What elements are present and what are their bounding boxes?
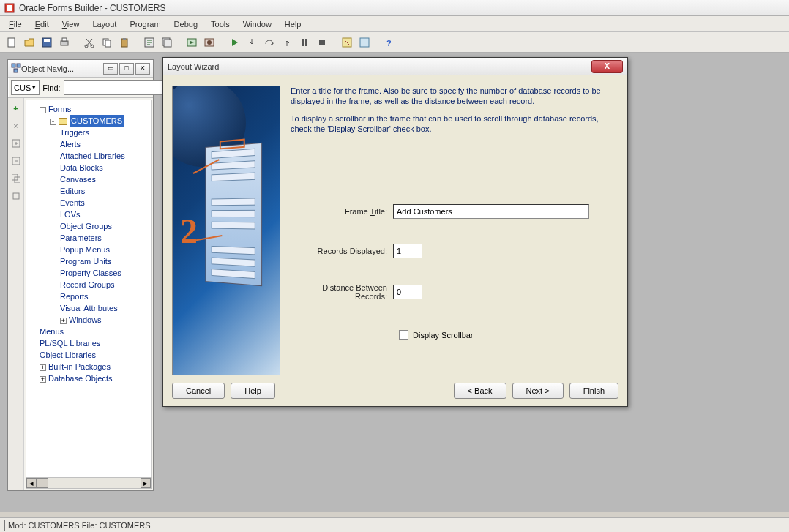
- compile-icon[interactable]: [142, 35, 157, 50]
- toggle-icon[interactable]: -: [50, 119, 56, 125]
- expand-icon[interactable]: [10, 138, 22, 149]
- tree-canvases[interactable]: Canvases: [60, 175, 96, 184]
- paste-icon[interactable]: [117, 35, 132, 50]
- svg-rect-5: [61, 41, 68, 45]
- compile-all-icon[interactable]: [160, 35, 174, 50]
- svg-rect-4: [44, 39, 50, 42]
- step-number-icon: 2: [180, 211, 198, 251]
- tree-customers[interactable]: CUSTOMERS: [70, 115, 124, 127]
- tree-data-blocks[interactable]: Data Blocks: [60, 163, 103, 172]
- cut-icon[interactable]: [82, 35, 97, 50]
- tree-database-objects[interactable]: Database Objects: [48, 374, 112, 383]
- form-wizard-icon[interactable]: [357, 35, 372, 50]
- wizard-illustration: 2: [172, 86, 280, 375]
- save-icon[interactable]: [40, 35, 54, 50]
- navigator-titlebar: Object Navig... ▭ □ ✕: [8, 60, 153, 78]
- menu-help[interactable]: Help: [279, 18, 307, 30]
- step-into-icon[interactable]: [244, 35, 259, 50]
- display-scrollbar-label: Display Scrollbar: [413, 331, 474, 340]
- menu-edit[interactable]: Edit: [29, 18, 55, 30]
- tree-menus[interactable]: Menus: [40, 327, 64, 336]
- menu-file[interactable]: File: [3, 18, 28, 30]
- tree-record-groups[interactable]: Record Groups: [60, 280, 115, 289]
- scroll-right-icon[interactable]: ▸: [141, 478, 151, 488]
- records-displayed-input[interactable]: [393, 244, 422, 258]
- navigator-hscrollbar[interactable]: ◂ ▸: [26, 477, 152, 489]
- tree-reports[interactable]: Reports: [60, 292, 89, 301]
- wizard-titlebar[interactable]: Layout Wizard X: [163, 58, 627, 75]
- tree-object-groups[interactable]: Object Groups: [60, 222, 112, 231]
- wizard-close-button[interactable]: X: [591, 60, 623, 73]
- menu-tools[interactable]: Tools: [205, 18, 236, 30]
- collapse-icon[interactable]: [10, 155, 22, 167]
- navigator-tree[interactable]: -Forms -CUSTOMERS Triggers Alerts Attach…: [26, 100, 152, 489]
- toggle-icon[interactable]: +: [40, 376, 46, 383]
- tree-alerts[interactable]: Alerts: [60, 140, 81, 149]
- svg-rect-2: [8, 38, 15, 47]
- toggle-icon[interactable]: +: [40, 364, 46, 371]
- app-icon: [4, 3, 15, 13]
- menu-window[interactable]: Window: [237, 18, 277, 30]
- scroll-thumb[interactable]: [37, 478, 48, 488]
- copy-icon[interactable]: [100, 35, 114, 50]
- step-over-icon[interactable]: [262, 35, 277, 50]
- step-out-icon[interactable]: [280, 35, 294, 50]
- display-scrollbar-checkbox[interactable]: [399, 330, 408, 340]
- wizard-text-1: Enter a title for the frame. Also be sur…: [291, 86, 618, 106]
- frame-title-input[interactable]: [393, 204, 589, 219]
- collapse-all-icon[interactable]: [10, 190, 22, 202]
- print-icon[interactable]: [57, 35, 72, 50]
- maximize-button[interactable]: □: [119, 63, 134, 75]
- finish-button[interactable]: Finish: [569, 383, 618, 399]
- stop-icon[interactable]: [315, 35, 329, 50]
- run-debug-icon[interactable]: [202, 35, 217, 50]
- new-icon[interactable]: [4, 35, 19, 50]
- tree-triggers[interactable]: Triggers: [60, 128, 89, 137]
- next-button[interactable]: Next >: [512, 383, 564, 399]
- delete-icon[interactable]: ×: [10, 120, 22, 132]
- menu-debug[interactable]: Debug: [168, 18, 203, 30]
- tree-lovs[interactable]: LOVs: [60, 210, 81, 219]
- help-button[interactable]: Help: [231, 383, 275, 399]
- expand-all-icon[interactable]: [10, 173, 22, 184]
- menu-layout[interactable]: Layout: [86, 18, 122, 30]
- toggle-icon[interactable]: -: [40, 107, 46, 113]
- minimize-button[interactable]: ▭: [103, 63, 118, 75]
- distance-input[interactable]: [393, 285, 422, 299]
- tree-object-libraries[interactable]: Object Libraries: [40, 351, 96, 359]
- cancel-button[interactable]: Cancel: [172, 383, 225, 399]
- pause-icon[interactable]: [297, 35, 312, 50]
- tree-parameters[interactable]: Parameters: [60, 233, 102, 242]
- svg-rect-27: [14, 69, 18, 72]
- help-icon[interactable]: ?: [382, 35, 397, 50]
- tree-property-classes[interactable]: Property Classes: [60, 269, 121, 277]
- tree-visual-attributes[interactable]: Visual Attributes: [60, 304, 118, 312]
- tree-forms[interactable]: Forms: [48, 105, 71, 113]
- chevron-down-icon: ▼: [31, 84, 37, 91]
- module-select[interactable]: CUS▼: [11, 80, 40, 95]
- wizard-icon[interactable]: [340, 35, 354, 50]
- run-form-icon[interactable]: [184, 35, 199, 50]
- tree-attached-libraries[interactable]: Attached Libraries: [60, 151, 125, 160]
- tree-events[interactable]: Events: [60, 198, 85, 207]
- menu-view[interactable]: View: [56, 18, 86, 30]
- frame-title-label: Frame Title:: [291, 207, 393, 216]
- tree-plsql-libraries[interactable]: PL/SQL Libraries: [40, 339, 100, 348]
- back-button[interactable]: < Back: [454, 383, 506, 399]
- wizard-title: Layout Wizard: [168, 62, 591, 71]
- create-icon[interactable]: +: [10, 102, 22, 114]
- menu-program[interactable]: Program: [124, 18, 166, 30]
- tree-builtin-packages[interactable]: Built-in Packages: [48, 362, 111, 371]
- toolbar: ?: [0, 32, 789, 53]
- tree-editors[interactable]: Editors: [60, 187, 85, 195]
- scroll-left-icon[interactable]: ◂: [26, 478, 37, 488]
- tree-program-units[interactable]: Program Units: [60, 257, 111, 266]
- close-button[interactable]: ✕: [135, 63, 150, 75]
- find-input[interactable]: [64, 80, 171, 95]
- svg-rect-23: [360, 38, 369, 47]
- open-icon[interactable]: [22, 35, 37, 50]
- toggle-icon[interactable]: +: [60, 318, 67, 324]
- play-icon[interactable]: [227, 35, 242, 50]
- tree-windows[interactable]: Windows: [69, 315, 102, 324]
- tree-popup-menus[interactable]: Popup Menus: [60, 245, 110, 254]
